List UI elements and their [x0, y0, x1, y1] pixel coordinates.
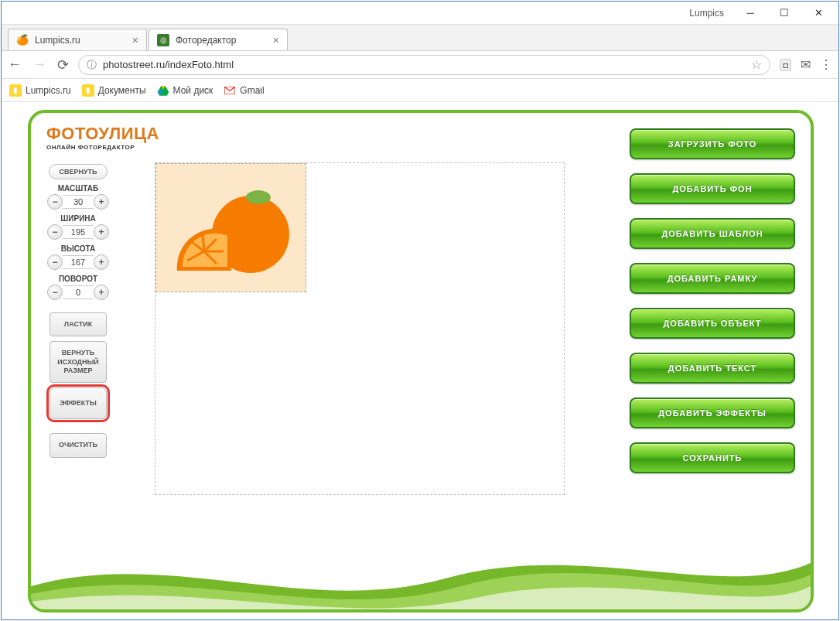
page-content: ФОТОУЛИЦА ОНЛАЙН ФОТОРЕДАКТОР СВЕРНУТЬ М… — [2, 102, 838, 619]
minimize-button[interactable]: ─ — [733, 4, 767, 22]
add-object-button[interactable]: ДОБАВИТЬ ОБЪЕКТ — [630, 308, 795, 339]
rotate-value[interactable]: 0 — [63, 285, 94, 299]
footer-wave — [31, 540, 811, 609]
save-button[interactable]: СОХРАНИТЬ — [630, 442, 795, 473]
canvas-image[interactable] — [155, 163, 306, 292]
omnibox[interactable]: ⓘ photostreet.ru/indexFoto.html ☆ — [78, 55, 770, 75]
canvas[interactable] — [155, 162, 565, 495]
close-icon[interactable]: × — [132, 34, 138, 46]
mail-icon[interactable]: ✉ — [801, 57, 811, 72]
toolbar-right: ◘ ✉ ⋮ — [780, 57, 832, 72]
tab-photoeditor[interactable]: ◎ Фоторедактор × — [149, 29, 288, 50]
plus-icon[interactable]: + — [94, 254, 109, 270]
shield-icon[interactable]: ◘ — [780, 59, 791, 71]
reset-size-button[interactable]: ВЕРНУТЬ ИСХОДНЫЙ РАЗМЕР — [50, 341, 107, 383]
url-text: photostreet.ru/indexFoto.html — [103, 59, 234, 70]
add-frame-button[interactable]: ДОБАВИТЬ РАМКУ — [630, 263, 795, 294]
width-value[interactable]: 195 — [63, 225, 94, 239]
bookmark-drive[interactable]: Мой диск — [157, 84, 213, 97]
bookmark-documents[interactable]: ▮ Документы — [82, 84, 146, 97]
menu-icon[interactable]: ⋮ — [820, 57, 832, 72]
plus-icon[interactable]: + — [94, 224, 109, 240]
svg-point-5 — [246, 190, 271, 204]
bookmark-label: Документы — [98, 85, 146, 96]
scale-stepper: − 30 + — [47, 194, 109, 210]
logo: ФОТОУЛИЦА ОНЛАЙН ФОТОРЕДАКТОР — [46, 124, 159, 151]
height-value[interactable]: 167 — [63, 255, 94, 269]
bookmarks-bar: ▮ Lumpics.ru ▮ Документы Мой диск Gmail — [2, 79, 838, 102]
folder-icon: ▮ — [9, 84, 22, 97]
favicon-app-icon: ◎ — [157, 34, 169, 46]
folder-icon: ▮ — [82, 84, 94, 97]
logo-sub: ОНЛАЙН ФОТОРЕДАКТОР — [46, 144, 159, 151]
width-control: ШИРИНА − 195 + — [44, 214, 112, 240]
svg-line-7 — [203, 234, 204, 251]
minus-icon[interactable]: − — [47, 224, 63, 240]
right-toolbar: ЗАГРУЗИТЬ ФОТО ДОБАВИТЬ ФОН ДОБАВИТЬ ШАБ… — [630, 128, 795, 473]
height-control: ВЫСОТА − 167 + — [44, 244, 112, 270]
minus-icon[interactable]: − — [47, 254, 63, 270]
plus-icon[interactable]: + — [94, 194, 109, 210]
tabs-bar: 🍊 Lumpics.ru × ◎ Фоторедактор × — [2, 25, 838, 51]
upload-photo-button[interactable]: ЗАГРУЗИТЬ ФОТО — [630, 128, 795, 159]
clear-button[interactable]: ОЧИСТИТЬ — [50, 433, 107, 457]
add-background-button[interactable]: ДОБАВИТЬ ФОН — [630, 173, 795, 204]
width-stepper: − 195 + — [47, 224, 109, 240]
left-toolbar: СВЕРНУТЬ МАСШТАБ − 30 + ШИРИНА − 195 + — [43, 164, 113, 458]
forward-icon[interactable]: → — [32, 56, 46, 73]
rotate-stepper: − 0 + — [47, 285, 109, 300]
scale-label: МАСШТАБ — [58, 184, 98, 193]
add-text-button[interactable]: ДОБАВИТЬ ТЕКСТ — [630, 353, 795, 384]
minus-icon[interactable]: − — [47, 285, 63, 300]
height-stepper: − 167 + — [47, 254, 109, 270]
bookmark-label: Gmail — [240, 85, 264, 96]
window-title: Lumpics — [689, 8, 724, 19]
maximize-button[interactable]: ☐ — [767, 4, 801, 22]
bookmark-label: Мой диск — [173, 85, 213, 96]
add-effects-button[interactable]: ДОБАВИТЬ ЭФФЕКТЫ — [630, 398, 795, 428]
tab-label: Lumpics.ru — [35, 35, 80, 46]
bookmark-lumpics[interactable]: ▮ Lumpics.ru — [9, 84, 71, 97]
reload-icon[interactable]: ⟳ — [57, 56, 69, 73]
drive-icon — [157, 84, 169, 97]
logo-main: ФОТОУЛИЦА — [46, 124, 159, 144]
height-label: ВЫСОТА — [61, 244, 95, 253]
gmail-icon — [224, 84, 236, 97]
favicon-orange-icon: 🍊 — [16, 34, 29, 46]
tab-label: Фоторедактор — [176, 35, 236, 46]
site-info-icon[interactable]: ⓘ — [87, 58, 97, 72]
bookmark-star-icon[interactable]: ☆ — [751, 57, 762, 72]
close-icon[interactable]: × — [273, 34, 279, 46]
address-bar: ← → ⟳ ⓘ photostreet.ru/indexFoto.html ☆ … — [2, 51, 838, 79]
add-template-button[interactable]: ДОБАВИТЬ ШАБЛОН — [630, 218, 795, 249]
eraser-button[interactable]: ЛАСТИК — [50, 312, 107, 336]
collapse-button[interactable]: СВЕРНУТЬ — [49, 164, 108, 179]
rotate-control: ПОВОРОТ − 0 + — [44, 275, 112, 300]
scale-value[interactable]: 30 — [63, 195, 94, 209]
bookmark-gmail[interactable]: Gmail — [224, 84, 264, 97]
tab-lumpics[interactable]: 🍊 Lumpics.ru × — [8, 29, 147, 50]
back-icon[interactable]: ← — [8, 56, 22, 73]
rotate-label: ПОВОРОТ — [59, 275, 97, 283]
orange-illustration-icon — [166, 174, 297, 282]
scale-control: МАСШТАБ − 30 + — [44, 184, 112, 210]
titlebar: Lumpics ─ ☐ ✕ — [2, 2, 838, 25]
window-controls: ─ ☐ ✕ — [733, 4, 835, 22]
effects-button[interactable]: ЭФФЕКТЫ — [50, 387, 107, 419]
minus-icon[interactable]: − — [47, 194, 63, 210]
close-button[interactable]: ✕ — [801, 4, 835, 22]
nav-icons: ← → ⟳ — [8, 56, 69, 73]
browser-window: Lumpics ─ ☐ ✕ 🍊 Lumpics.ru × ◎ Фоторедак… — [1, 1, 839, 620]
width-label: ШИРИНА — [60, 214, 96, 223]
app-frame: ФОТОУЛИЦА ОНЛАЙН ФОТОРЕДАКТОР СВЕРНУТЬ М… — [28, 110, 814, 612]
plus-icon[interactable]: + — [94, 285, 109, 300]
bookmark-label: Lumpics.ru — [26, 85, 71, 96]
